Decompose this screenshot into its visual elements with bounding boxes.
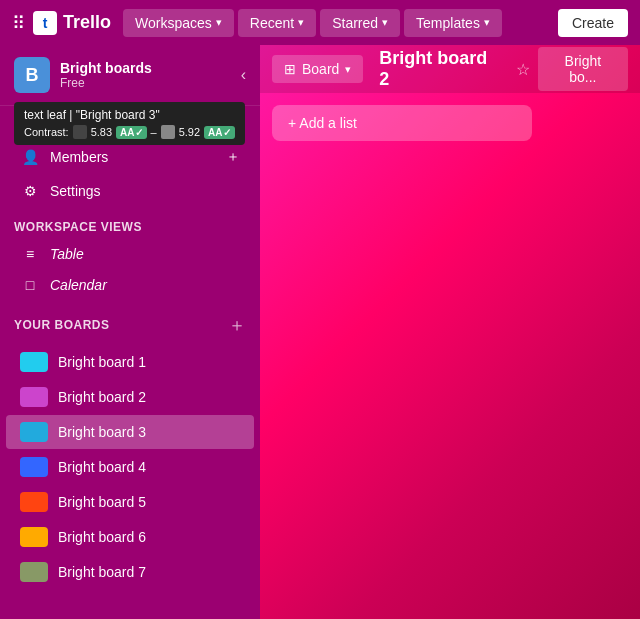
board-item-6[interactable]: Bright board 6 [6,520,254,554]
board-lists-area: + Add a list [260,93,640,153]
board-item-1[interactable]: Bright board 1 [6,345,254,379]
contrast-val2: 5.92 [179,126,200,138]
workspace-views-section: Workspace views [0,208,260,238]
board-item-2[interactable]: Bright board 2 [6,380,254,414]
workspace-name: Bright boards [60,60,231,76]
contrast-val1: 5.83 [91,126,112,138]
add-board-button[interactable]: ＋ [228,313,246,337]
workspaces-menu[interactable]: Workspaces ▾ [123,9,234,37]
settings-label: Settings [50,183,101,199]
board-label-6: Bright board 6 [58,529,146,545]
add-member-icon[interactable]: ＋ [226,148,240,166]
workspace-avatar: B [14,57,50,93]
sidebar-item-members[interactable]: 👤 Members ＋ [6,140,254,174]
board-title: Bright board 2 [371,48,507,90]
sidebar-item-table[interactable]: ≡ Table [6,239,254,269]
tooltip-leaf-label: text leaf | [24,108,76,122]
contrast-label: Contrast: [24,126,69,138]
table-label: Table [50,246,84,262]
grid-icon[interactable]: ⠿ [12,12,25,34]
sidebar-workspace-header: B Bright boards Free ‹ [0,45,260,106]
contrast-sep: – [151,126,157,138]
board-label-1: Bright board 1 [58,354,146,370]
top-nav: ⠿ t Trello Workspaces ▾ Recent ▾ Starred… [0,0,640,45]
workspace-views-label: Workspace views [14,220,142,234]
board-label-3: Bright board 3 [58,424,146,440]
tooltip-contrast: Contrast: 5.83 AA✓ – 5.92 AA✓ [24,125,235,139]
create-button[interactable]: Create [558,9,628,37]
board-view-button[interactable]: ⊞ Board ▾ [272,55,363,83]
boards-list: Bright board 1 Bright board 2 Bright boa… [0,345,260,589]
workspace-plan: Free [60,76,231,90]
sidebar: B Bright boards Free ‹ ⊞ Boards 👤 Member… [0,45,260,619]
board-area: ⊞ Board ▾ Bright board 2 ☆ Bright bo... … [260,45,640,619]
starred-menu[interactable]: Starred ▾ [320,9,400,37]
workspaces-chevron: ▾ [216,16,222,29]
settings-icon: ⚙ [20,183,40,199]
members-icon: 👤 [20,149,40,165]
recent-menu[interactable]: Recent ▾ [238,9,316,37]
board-color-5 [20,492,48,512]
recent-chevron: ▾ [298,16,304,29]
board-view-label: Board [302,61,339,77]
sidebar-item-calendar[interactable]: □ Calendar [6,270,254,300]
trello-logo-text: Trello [63,12,111,33]
contrast-block-2 [161,125,175,139]
board-view-icon: ⊞ [284,61,296,77]
board-topbar: ⊞ Board ▾ Bright board 2 ☆ Bright bo... [260,45,640,93]
board-label-7: Bright board 7 [58,564,146,580]
sidebar-collapse-button[interactable]: ‹ [241,66,246,84]
board-label-2: Bright board 2 [58,389,146,405]
board-label-5: Bright board 5 [58,494,146,510]
contrast-block-1 [73,125,87,139]
board-item-5[interactable]: Bright board 5 [6,485,254,519]
board-color-6 [20,527,48,547]
accessibility-tooltip: text leaf | "Bright board 3" Contrast: 5… [14,102,245,145]
table-icon: ≡ [20,246,40,262]
add-list-button[interactable]: + Add a list [272,105,532,141]
trello-logo-icon: t [33,11,57,35]
starred-chevron: ▾ [382,16,388,29]
tooltip-text: "Bright board 3" [76,108,160,122]
board-tab-right[interactable]: Bright bo... [538,47,628,91]
your-boards-section: Your boards ＋ [0,301,260,341]
board-label-4: Bright board 4 [58,459,146,475]
calendar-label: Calendar [50,277,107,293]
members-label: Members [50,149,108,165]
aa-badge-1: AA✓ [116,126,146,139]
main-layout: B Bright boards Free ‹ ⊞ Boards 👤 Member… [0,45,640,619]
board-star-button[interactable]: ☆ [516,60,530,79]
board-color-1 [20,352,48,372]
board-color-3 [20,422,48,442]
templates-chevron: ▾ [484,16,490,29]
board-item-3[interactable]: Bright board 3 [6,415,254,449]
board-color-7 [20,562,48,582]
sidebar-item-settings[interactable]: ⚙ Settings [6,175,254,207]
workspace-info: Bright boards Free [60,60,231,90]
board-item-7[interactable]: Bright board 7 [6,555,254,589]
trello-logo[interactable]: t Trello [33,11,111,35]
board-color-4 [20,457,48,477]
board-view-chevron: ▾ [345,63,351,76]
aa-badge-2: AA✓ [204,126,234,139]
calendar-icon: □ [20,277,40,293]
board-color-2 [20,387,48,407]
your-boards-label: Your boards [14,318,110,332]
templates-menu[interactable]: Templates ▾ [404,9,502,37]
board-item-4[interactable]: Bright board 4 [6,450,254,484]
